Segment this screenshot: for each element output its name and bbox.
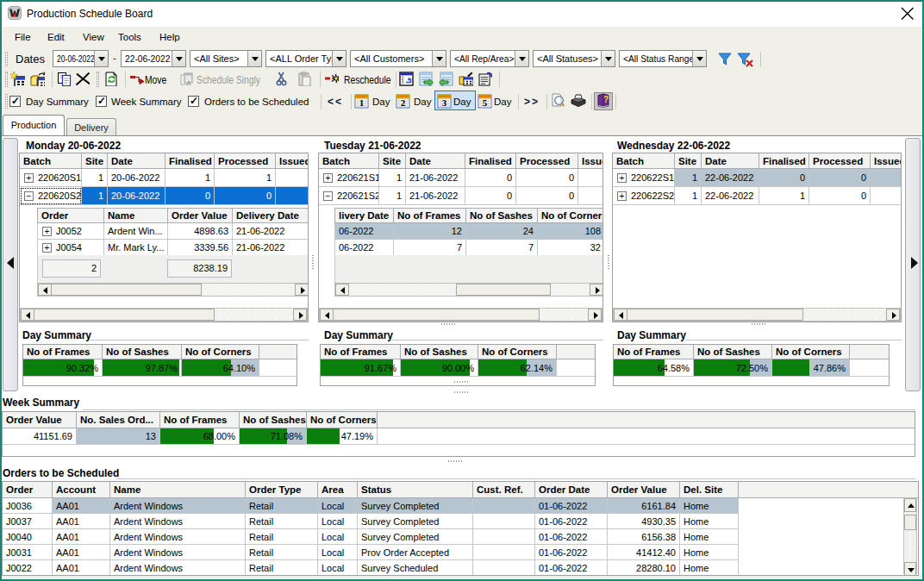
svg-text:2: 2	[401, 97, 406, 108]
svg-text:5: 5	[483, 97, 488, 108]
svg-text:1: 1	[359, 97, 365, 108]
svg-text:3: 3	[442, 97, 447, 108]
svg-text:?: ?	[603, 95, 609, 104]
